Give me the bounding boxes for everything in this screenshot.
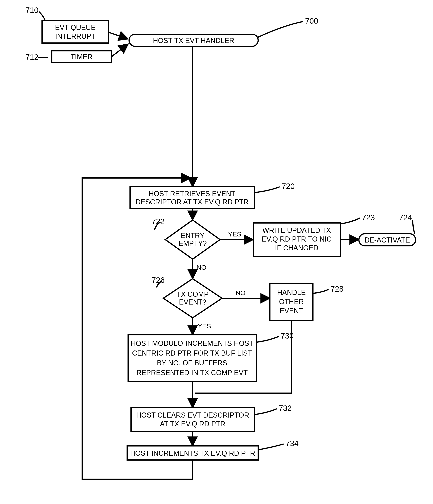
entry-empty-line2: EMPTY? [179,239,207,247]
node-host-tx-evt-handler: HOST TX EVT HANDLER [129,34,258,46]
evt-queue-interrupt-line1: EVT QUEUE [55,23,95,31]
node-increments-ptr: HOST INCREMENTS TX EV.Q RD PTR [127,446,258,460]
write-updated-line2: EV.Q RD PTR TO NIC [262,235,332,243]
node-clears-descriptor: HOST CLEARS EVT DESCRIPTOR AT TX EV.Q RD… [131,408,254,431]
write-updated-line3: IF CHANGED [275,244,318,252]
modulo-line3: BY NO. OF BUFFERS [157,359,227,367]
node-handle-other: HANDLE OTHER EVENT [270,284,313,321]
host-tx-evt-handler-line1: HOST TX EVT HANDLER [153,36,234,45]
label-entry-empty-yes: YES [228,230,241,238]
svg-line-0 [108,32,128,39]
timer-line1: TIMER [71,53,92,61]
modulo-line1: HOST MODULO-INCREMENTS HOST [131,339,253,347]
node-evt-queue-interrupt: EVT QUEUE INTERRUPT [42,20,108,43]
tx-comp-line1: TX COMP [177,290,209,298]
ref-724: 724 [399,213,412,222]
ref-723: 723 [362,213,375,222]
ref-726: 726 [152,276,165,284]
deactivate-line1: DE-ACTIVATE [365,236,410,244]
label-entry-empty-no: NO [197,264,207,271]
node-retrieve-descriptor: HOST RETRIEVES EVENT DESCRIPTOR AT TX EV… [130,187,254,208]
node-entry-empty: ENTRY EMPTY? [165,220,220,259]
handle-other-line2: OTHER [279,298,304,306]
ref-728: 728 [331,285,344,293]
retrieve-descriptor-line2: DESCRIPTOR AT TX EV.Q RD PTR [135,198,249,206]
ref-710: 710 [26,6,38,14]
modulo-line2: CENTRIC RD PTR FOR TX BUF LIST [132,349,252,357]
evt-queue-interrupt-line2: INTERRUPT [55,32,95,40]
ref-732: 732 [279,404,292,413]
node-deactivate: DE-ACTIVATE [359,234,415,246]
ref-712: 712 [26,53,38,61]
modulo-line4: REPRESENTED IN TX COMP EVT [136,369,248,377]
svg-line-1 [111,44,128,57]
node-write-updated: WRITE UPDATED TX EV.Q RD PTR TO NIC IF C… [253,223,340,256]
clears-line2: AT TX EV.Q RD PTR [160,420,226,428]
ref-734: 734 [286,439,299,448]
node-tx-comp-event: TX COMP EVENT? [163,279,222,318]
clears-line1: HOST CLEARS EVT DESCRIPTOR [136,411,249,419]
label-tx-comp-no: NO [236,289,246,297]
ref-720: 720 [282,182,295,190]
tx-comp-line2: EVENT? [179,298,206,306]
handle-other-line1: HANDLE [277,288,306,297]
retrieve-descriptor-line1: HOST RETRIEVES EVENT [149,190,235,198]
node-modulo-increments: HOST MODULO-INCREMENTS HOST CENTRIC RD P… [128,335,256,381]
ref-700: 700 [305,17,318,25]
flowchart-canvas: EVT QUEUE INTERRUPT 710 TIMER 712 HOST T… [0,0,433,504]
handle-other-line3: EVENT [280,307,303,315]
label-tx-comp-yes: YES [198,322,211,330]
node-timer: TIMER [52,51,111,63]
write-updated-line1: WRITE UPDATED TX [262,226,331,234]
ref-722: 722 [152,217,165,226]
entry-empty-line1: ENTRY [181,232,204,240]
ref-730: 730 [281,332,294,340]
increments-line1: HOST INCREMENTS TX EV.Q RD PTR [130,449,255,457]
